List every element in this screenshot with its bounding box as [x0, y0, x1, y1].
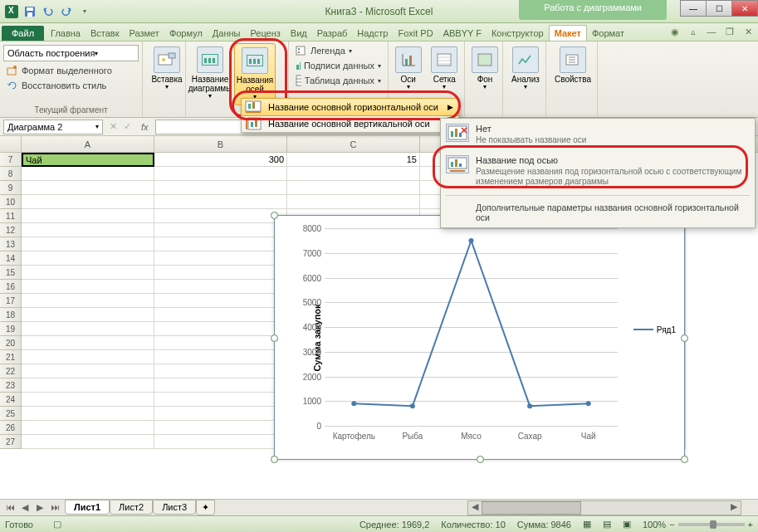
cell-A8[interactable]	[22, 167, 154, 181]
doc-restore-icon[interactable]: ❐	[723, 25, 736, 38]
properties-button[interactable]: Свойства	[550, 43, 596, 87]
view-page-break-icon[interactable]: ▣	[623, 519, 631, 530]
tab-layout[interactable]: Размет	[125, 26, 164, 41]
zoom-slider[interactable]	[678, 523, 745, 526]
cancel-formula-icon[interactable]: ✕	[106, 121, 120, 132]
row-header[interactable]: 10	[0, 195, 22, 209]
sheet-tab-1[interactable]: Лист1	[65, 500, 110, 515]
select-all-corner[interactable]	[0, 136, 22, 152]
cell-B11[interactable]	[154, 209, 287, 223]
cell-B10[interactable]	[154, 195, 287, 209]
cell-B12[interactable]	[154, 223, 287, 237]
cell-B14[interactable]	[154, 251, 287, 266]
chart-y-axis-label[interactable]: Сумма закупок	[312, 304, 322, 371]
sheet-nav-last-icon[interactable]: ⏭	[48, 502, 61, 513]
chart-handle-sw[interactable]	[271, 456, 278, 463]
new-sheet-button[interactable]: ✦	[196, 500, 215, 515]
gridlines-button[interactable]: Сетка▾	[428, 43, 462, 95]
row-header[interactable]: 19	[0, 322, 22, 336]
cell-A13[interactable]	[22, 237, 154, 251]
cell-B23[interactable]	[154, 378, 287, 393]
cell-B8[interactable]	[154, 167, 287, 181]
name-box[interactable]: Диаграмма 2 ▾	[3, 120, 103, 134]
cell-B22[interactable]	[154, 364, 287, 378]
row-header[interactable]: 18	[0, 308, 22, 322]
sheet-nav-prev-icon[interactable]: ◀	[18, 502, 32, 513]
data-table-button[interactable]: Таблица данных ▾	[292, 73, 384, 88]
tab-home[interactable]: Главна	[46, 26, 86, 41]
tab-developer[interactable]: Разраб	[312, 26, 353, 41]
chart-plot-area[interactable]: 010002000300040005000600070008000Картофе…	[325, 228, 618, 426]
minimize-button[interactable]: —	[680, 0, 707, 17]
file-tab[interactable]: Файл	[2, 26, 44, 41]
accept-formula-icon[interactable]: ✓	[120, 121, 134, 132]
cell-A19[interactable]	[22, 322, 154, 336]
row-header[interactable]: 8	[0, 167, 22, 181]
tab-chart-format[interactable]: Формат	[587, 26, 629, 41]
axes-button[interactable]: Оси▾	[392, 43, 425, 95]
redo-icon[interactable]	[58, 3, 75, 20]
tab-data[interactable]: Данны	[208, 26, 246, 41]
cell-A23[interactable]	[22, 378, 154, 393]
row-header[interactable]: 23	[0, 378, 22, 393]
cell-B13[interactable]	[154, 237, 287, 251]
zoom-in-icon[interactable]: +	[748, 520, 753, 530]
cell-C9[interactable]	[287, 181, 420, 195]
chart-area-combo[interactable]: Область построения ▾	[3, 45, 139, 61]
row-header[interactable]: 9	[0, 181, 22, 195]
cell-A24[interactable]	[22, 393, 154, 407]
cell-B17[interactable]	[154, 294, 287, 308]
chart-handle-s[interactable]	[477, 456, 484, 463]
row-header[interactable]: 14	[0, 251, 22, 266]
col-header-C[interactable]: C	[287, 136, 420, 152]
macro-record-icon[interactable]: ▢	[53, 519, 61, 530]
horizontal-scrollbar[interactable]: ◀ ▶	[467, 500, 741, 515]
row-header[interactable]: 7	[0, 153, 22, 167]
tab-addins[interactable]: Надстр	[352, 26, 393, 41]
chart-handle-e[interactable]	[681, 334, 688, 342]
cell-A20[interactable]	[22, 336, 154, 350]
row-header[interactable]: 26	[0, 421, 22, 435]
data-labels-button[interactable]: Подписи данных ▾	[292, 58, 384, 73]
row-header[interactable]: 21	[0, 350, 22, 364]
chart-legend[interactable]: Ряд1	[633, 325, 676, 334]
cell-B15[interactable]	[154, 266, 287, 280]
row-header[interactable]: 22	[0, 364, 22, 378]
chart-title-button[interactable]: Название диаграммы ▾	[189, 43, 231, 104]
tab-chart-design[interactable]: Конструктор	[487, 26, 549, 41]
doc-minimize-icon[interactable]: —	[705, 25, 718, 38]
view-page-layout-icon[interactable]: ▤	[603, 519, 611, 530]
row-header[interactable]: 25	[0, 407, 22, 421]
axis-titles-button[interactable]: Названия осей ▾	[234, 43, 276, 105]
cell-B24[interactable]	[154, 393, 287, 407]
excel-icon[interactable]	[3, 3, 20, 20]
cell-A14[interactable]	[22, 251, 154, 266]
tab-view[interactable]: Вид	[286, 26, 312, 41]
maximize-button[interactable]: ☐	[706, 0, 732, 17]
tab-foxit[interactable]: Foxit PD	[393, 26, 438, 41]
cell-B9[interactable]	[154, 181, 287, 195]
help-icon[interactable]: ◉	[668, 25, 682, 38]
chart-handle-se[interactable]	[681, 456, 688, 463]
cell-C10[interactable]	[287, 195, 420, 209]
cell-A11[interactable]	[22, 209, 154, 223]
embedded-chart[interactable]: Сумма закупок 01000200030004000500060007…	[274, 215, 685, 460]
sheet-tab-2[interactable]: Лист2	[110, 500, 153, 515]
row-header[interactable]: 11	[0, 209, 22, 223]
row-header[interactable]: 15	[0, 266, 22, 280]
undo-icon[interactable]	[40, 3, 56, 20]
cell-A21[interactable]	[22, 350, 154, 364]
cell-A17[interactable]	[22, 294, 154, 308]
chart-handle-nw[interactable]	[271, 212, 278, 219]
row-header[interactable]: 13	[0, 237, 22, 251]
format-selection-button[interactable]: Формат выделенного	[3, 63, 139, 78]
sheet-nav-first-icon[interactable]: ⏮	[3, 502, 17, 513]
col-header-B[interactable]: B	[154, 136, 287, 152]
tab-chart-layout[interactable]: Макет	[549, 25, 587, 41]
row-header[interactable]: 27	[0, 435, 22, 449]
close-button[interactable]: ✕	[731, 0, 758, 17]
tab-abbyy[interactable]: ABBYY F	[438, 26, 487, 41]
cell-C8[interactable]	[287, 167, 420, 181]
sheet-nav-next-icon[interactable]: ▶	[33, 502, 46, 513]
flyout-more-options[interactable]: Дополнительные параметры названия основн…	[441, 199, 755, 222]
